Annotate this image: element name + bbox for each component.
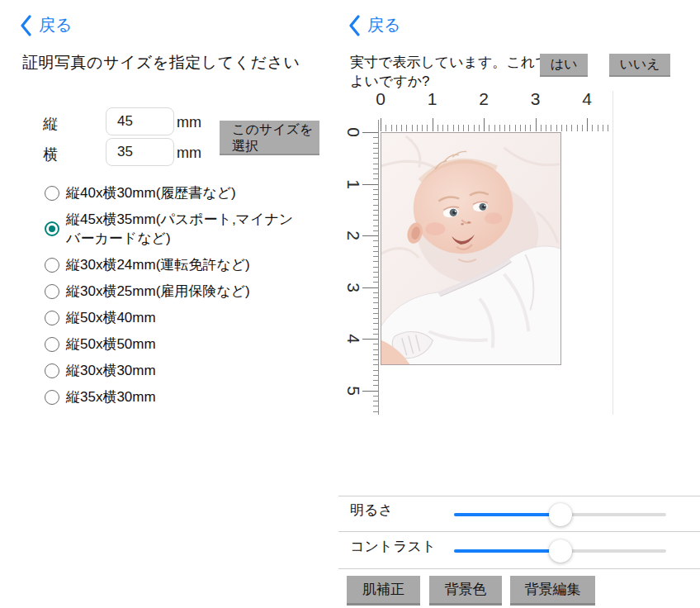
ruler-tick <box>541 125 542 131</box>
ruler-v-number: 1 <box>343 174 363 194</box>
ruler-vertical-spine <box>378 120 379 415</box>
ruler-tick <box>458 125 459 131</box>
ruler-tick <box>608 125 608 131</box>
height-unit-label: mm <box>177 114 201 131</box>
ruler-tick <box>484 118 485 131</box>
ruler-tick <box>417 125 418 131</box>
size-option-2[interactable]: 縦30x横24mm(運転免許など) <box>45 255 310 274</box>
size-option-4[interactable]: 縦50x横40mm <box>45 308 310 327</box>
radio-icon <box>45 311 59 325</box>
ruler-h-number: 0 <box>364 89 397 109</box>
ruler-tick <box>509 125 510 131</box>
ruler-tick <box>422 125 423 131</box>
contrast-slider[interactable] <box>454 539 666 563</box>
page-title: 証明写真のサイズを指定してください <box>22 52 300 74</box>
ruler-tick <box>442 125 443 131</box>
ruler-tick <box>587 118 588 131</box>
size-option-label: 縦30x横30mm <box>66 361 156 380</box>
slider-fill <box>454 549 560 553</box>
ruler-tick <box>577 125 578 131</box>
height-label: 縦 <box>43 114 58 134</box>
slider-fill <box>454 513 560 516</box>
ruler-tick <box>551 125 551 131</box>
slider-thumb[interactable] <box>549 539 572 563</box>
divider <box>338 531 700 532</box>
back-button-label: 戻る <box>367 14 400 36</box>
ruler-h-number: 4 <box>570 89 603 109</box>
background-color-button[interactable]: 背景色 <box>429 576 502 606</box>
ruler-tick <box>412 125 413 131</box>
ruler-tick <box>391 125 392 131</box>
ruler-tick <box>401 125 402 131</box>
height-input[interactable] <box>106 107 174 135</box>
ruler-tick <box>385 125 386 131</box>
ruler-tick <box>489 125 490 131</box>
ruler-tick <box>520 125 521 131</box>
ruler-tick <box>362 339 379 340</box>
brightness-slider[interactable] <box>454 503 666 526</box>
ruler-tick <box>362 132 379 133</box>
size-option-6[interactable]: 縦30x横30mm <box>45 361 310 380</box>
ruler-v-number: 0 <box>343 122 363 142</box>
no-button[interactable]: いいえ <box>609 54 670 77</box>
ruler-area-right-edge <box>612 91 613 415</box>
chevron-left-icon <box>348 15 360 36</box>
radio-icon <box>45 337 59 352</box>
ruler-v-number: 4 <box>343 329 363 349</box>
back-button-right[interactable]: 戻る <box>348 14 400 36</box>
ruler-tick <box>406 125 407 131</box>
size-option-5[interactable]: 縦50x横50mm <box>45 335 310 354</box>
select-size-button[interactable]: このサイズを選択 <box>220 121 319 155</box>
ruler-tick <box>525 125 526 131</box>
radio-icon <box>45 390 59 405</box>
ruler-v-number: 5 <box>343 381 363 401</box>
ruler-tick <box>362 391 379 392</box>
ruler-tick <box>381 118 381 131</box>
ruler-tick <box>571 125 572 131</box>
ruler-horizontal-ticks <box>381 118 614 131</box>
ruler-tick <box>536 118 537 131</box>
ruler-tick <box>592 125 593 131</box>
background-edit-button[interactable]: 背景編集 <box>510 576 595 606</box>
slider-thumb[interactable] <box>549 503 572 526</box>
ruler-tick <box>453 125 454 131</box>
ruler-tick <box>474 125 475 131</box>
ruler-tick <box>362 235 379 236</box>
skin-correction-button[interactable]: 肌補正 <box>347 576 420 606</box>
size-option-7[interactable]: 縦35x横30mm <box>45 387 310 406</box>
ruler-tick <box>362 184 379 185</box>
ruler-tick <box>438 125 438 131</box>
radio-icon <box>45 284 59 299</box>
contrast-label: コントラスト <box>350 537 436 556</box>
size-option-1[interactable]: 縦45x横35mm(パスポート,マイナンバーカードなど) <box>45 210 310 248</box>
ruler-h-number: 3 <box>519 89 552 109</box>
yes-button[interactable]: はい <box>540 54 588 77</box>
ruler-h-number: 2 <box>467 89 500 109</box>
ruler-tick <box>494 125 495 131</box>
actual-size-prompt: 実寸で表示しています。これでよいですか? <box>350 53 550 91</box>
ruler-tick <box>561 125 562 131</box>
brightness-label: 明るさ <box>350 501 393 520</box>
ruler-tick <box>546 125 546 131</box>
size-options-list: 縦40x横30mm(履歴書など)縦45x横35mm(パスポート,マイナンバーカー… <box>45 183 310 414</box>
ruler-tick <box>427 125 428 131</box>
photo-preview[interactable] <box>381 132 561 365</box>
baby-photo-illustration <box>381 133 560 364</box>
ruler-tick <box>582 125 583 131</box>
ruler-tick <box>362 287 379 288</box>
back-button-left[interactable]: 戻る <box>20 14 72 36</box>
ruler-v-number: 3 <box>343 278 363 297</box>
size-option-label: 縦50x横40mm <box>66 308 156 327</box>
ruler-tick <box>396 125 397 131</box>
ruler-tick <box>530 125 531 131</box>
width-input[interactable] <box>106 138 174 166</box>
size-option-label: 縦35x横30mm <box>66 387 156 406</box>
ruler-h-number: 1 <box>416 89 449 109</box>
divider <box>338 496 700 496</box>
size-option-3[interactable]: 縦30x横25mm(雇用保険など) <box>45 282 310 301</box>
size-option-0[interactable]: 縦40x横30mm(履歴書など) <box>45 183 310 202</box>
radio-icon <box>45 258 59 273</box>
ruler-tick <box>515 125 516 131</box>
radio-selected-icon <box>45 221 59 236</box>
chevron-left-icon <box>20 15 31 36</box>
